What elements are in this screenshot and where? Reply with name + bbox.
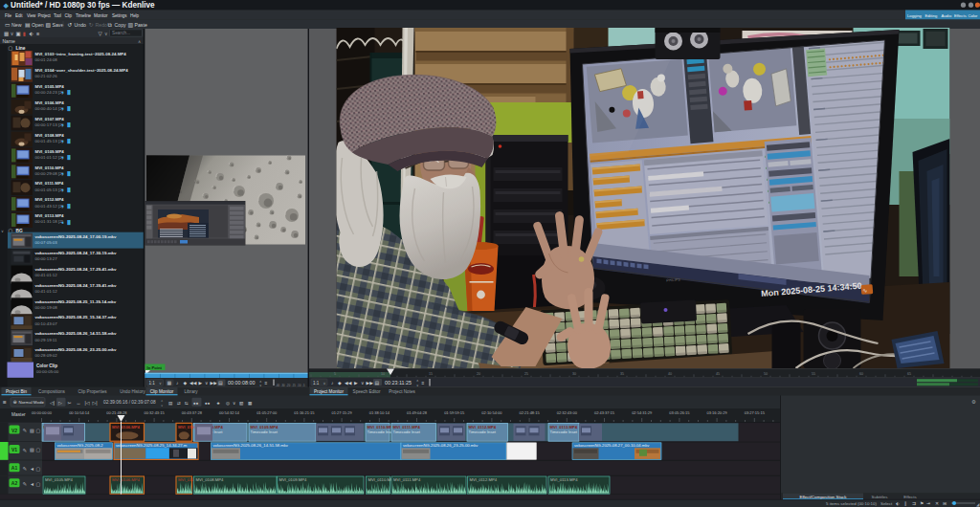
svg-text:Project: Project xyxy=(38,13,52,18)
svg-text:♪: ♪ xyxy=(176,381,178,386)
svg-text:00:32:43:15: 00:32:43:15 xyxy=(145,410,166,415)
svg-text:▣: ▣ xyxy=(16,31,21,36)
svg-text:▢: ▢ xyxy=(36,466,41,472)
svg-text:MVI_0113.MP4: MVI_0113.MP4 xyxy=(550,425,578,430)
svg-text:Redo: Redo xyxy=(96,22,108,28)
svg-text:Clip: Clip xyxy=(65,13,73,18)
svg-text:vokoscreenNG-2025-08-2: vokoscreenNG-2025-08-2 xyxy=(57,443,104,448)
svg-text:A1: A1 xyxy=(11,465,18,471)
svg-text:00:00:17:13 [2]: 00:00:17:13 [2] xyxy=(35,122,63,127)
svg-text:▷|: ▷| xyxy=(93,400,98,406)
svg-text:V1: V1 xyxy=(11,447,17,452)
svg-text:Timecode Inset: Timecode Inset xyxy=(469,430,497,434)
svg-text:✕: ✕ xyxy=(935,501,939,506)
svg-text:◆: ◆ xyxy=(4,2,10,9)
svg-text:✎: ✎ xyxy=(23,428,28,433)
svg-text:⇥: ⇥ xyxy=(926,501,930,506)
svg-text:⊞: ⊞ xyxy=(943,501,947,506)
svg-text:Select: Select xyxy=(880,501,893,506)
svg-text:00:41:01:12: 00:41:01:12 xyxy=(35,289,58,294)
svg-text:MVI_0108.MP4: MVI_0108.MP4 xyxy=(35,133,65,138)
svg-text:▥: ▥ xyxy=(128,22,134,28)
svg-text:vokoscreenNG-2025-08-27_00-10-: vokoscreenNG-2025-08-27_00-10-04.mkv xyxy=(574,443,650,448)
svg-text:-5: -5 xyxy=(302,384,305,387)
svg-text:vokoscreenNG-2025-08-25_15-34-: vokoscreenNG-2025-08-25_15-34-37.mkv xyxy=(35,315,117,320)
svg-text:Timeline: Timeline xyxy=(76,13,92,18)
svg-text:02:10:54:00: 02:10:54:00 xyxy=(481,410,502,415)
svg-text:00:43:37:28: 00:43:37:28 xyxy=(182,410,203,415)
svg-text:▤: ▤ xyxy=(168,401,172,406)
svg-text:⊕: ⊕ xyxy=(13,399,17,405)
svg-text:01:16:21:15: 01:16:21:15 xyxy=(294,410,315,415)
svg-text:∧: ∧ xyxy=(138,39,141,44)
svg-text:◄: ◄ xyxy=(30,466,34,472)
svg-text:MVI_0109.MP4: MVI_0109.MP4 xyxy=(35,149,65,154)
svg-text:∨: ∨ xyxy=(323,381,326,386)
svg-text:▤: ▤ xyxy=(218,380,223,386)
svg-text:▧: ▧ xyxy=(239,401,243,406)
svg-text:✂: ✂ xyxy=(68,400,72,406)
svg-text:⇉: ⇉ xyxy=(912,501,916,506)
svg-text:03:27:15:15: 03:27:15:15 xyxy=(745,410,766,415)
svg-text:00:01:24:08: 00:01:24:08 xyxy=(35,57,58,62)
svg-text:▤: ▤ xyxy=(375,380,380,386)
svg-text:Timecode Inset: Timecode Inset xyxy=(550,430,578,434)
svg-text:∨: ∨ xyxy=(233,401,235,406)
svg-text:◄: ◄ xyxy=(60,204,64,209)
svg-text:00:01:05:13 [2]: 00:01:05:13 [2] xyxy=(35,187,63,192)
svg-text:↔: ↔ xyxy=(77,400,81,406)
svg-text:▢: ▢ xyxy=(9,228,13,233)
svg-text:15: 15 xyxy=(429,372,433,376)
svg-text:▦: ▦ xyxy=(4,31,9,36)
svg-text:02:39:06:16 / 02:39:07:08: 02:39:06:16 / 02:39:07:08 xyxy=(103,400,156,405)
svg-text:00:23:11:25: 00:23:11:25 xyxy=(385,380,412,386)
svg-text:Untitled* / HD 1080p 30 fps —: Untitled* / HD 1080p 30 fps — Kdenlive xyxy=(11,1,155,10)
svg-text:Project Monitor: Project Monitor xyxy=(314,389,344,394)
svg-text:01:38:10:14: 01:38:10:14 xyxy=(369,410,390,415)
svg-text:◀◀: ◀◀ xyxy=(345,381,352,386)
svg-text:Line: Line xyxy=(16,46,26,51)
svg-text:50: 50 xyxy=(764,372,768,376)
svg-text:In Point: In Point xyxy=(147,365,163,370)
svg-text:▨: ▨ xyxy=(30,447,34,452)
svg-text:⇄: ⇄ xyxy=(177,401,181,406)
svg-text:01:27:15:29: 01:27:15:29 xyxy=(332,410,353,415)
svg-text:Open: Open xyxy=(32,22,44,28)
svg-text:MVI_0105.MP4: MVI_0105.MP4 xyxy=(45,477,74,482)
svg-text:MVI_010: MVI_010 xyxy=(178,477,194,482)
svg-text:00:01:01:12 [2]: 00:01:01:12 [2] xyxy=(35,155,63,160)
svg-text:▢: ▢ xyxy=(9,45,13,51)
svg-text:∨: ∨ xyxy=(159,381,162,386)
svg-text:Library: Library xyxy=(184,389,198,394)
svg-text:5: 5 xyxy=(334,372,336,376)
svg-text:02:43:37:15: 02:43:37:15 xyxy=(594,410,615,415)
svg-text:vokoscreenNG-2025-08-24_17-29-: vokoscreenNG-2025-08-24_17-29-41.mkv xyxy=(35,267,117,272)
svg-text:▢: ▢ xyxy=(36,481,41,487)
svg-text:Effect/Composition Stack: Effect/Composition Stack xyxy=(800,495,848,499)
svg-text:00:10:43:07: 00:10:43:07 xyxy=(35,321,58,326)
svg-text:00:00:13:27: 00:00:13:27 xyxy=(35,256,58,261)
svg-text:vokoscreenNG-2025-08-24_17-39-: vokoscreenNG-2025-08-24_17-39-41.mkv xyxy=(35,283,117,288)
svg-text:00:00:08:00: 00:00:08:00 xyxy=(228,380,255,386)
svg-text:-15: -15 xyxy=(292,384,296,387)
svg-text:1:1: 1:1 xyxy=(313,381,320,386)
svg-text:Effects: Effects xyxy=(954,13,967,18)
svg-text:Copy: Copy xyxy=(115,22,127,28)
svg-text:Settings: Settings xyxy=(112,13,127,18)
svg-text:MVI_0111.MP4: MVI_0111.MP4 xyxy=(35,181,64,186)
svg-text:60: 60 xyxy=(859,372,863,376)
svg-text:MVI_0106.MP4: MVI_0106.MP4 xyxy=(112,477,141,482)
svg-text:V2: V2 xyxy=(11,428,17,433)
svg-text:00:01:43:12 [2]: 00:01:43:12 [2] xyxy=(35,204,63,209)
svg-text:◆: ◆ xyxy=(184,381,188,386)
svg-text:MVI_0106.MP4: MVI_0106.MP4 xyxy=(112,425,141,430)
svg-text:◄: ◄ xyxy=(60,155,64,160)
svg-text:00:00:24:23 [2]: 00:00:24:23 [2] xyxy=(35,90,63,95)
svg-text:vokoscreenNG-2025-08-26_14-51-: vokoscreenNG-2025-08-26_14-51-58.mkv xyxy=(213,443,289,448)
svg-text:25: 25 xyxy=(524,372,528,376)
svg-text:∨: ∨ xyxy=(205,381,209,386)
svg-text:20: 20 xyxy=(477,372,480,376)
svg-text:vokoscreenNG-2025-08-25_11-39-: vokoscreenNG-2025-08-25_11-39-14.mkv xyxy=(35,299,117,304)
svg-text:↺: ↺ xyxy=(68,22,73,28)
svg-text:00:00:05:00: 00:00:05:00 xyxy=(36,369,59,374)
